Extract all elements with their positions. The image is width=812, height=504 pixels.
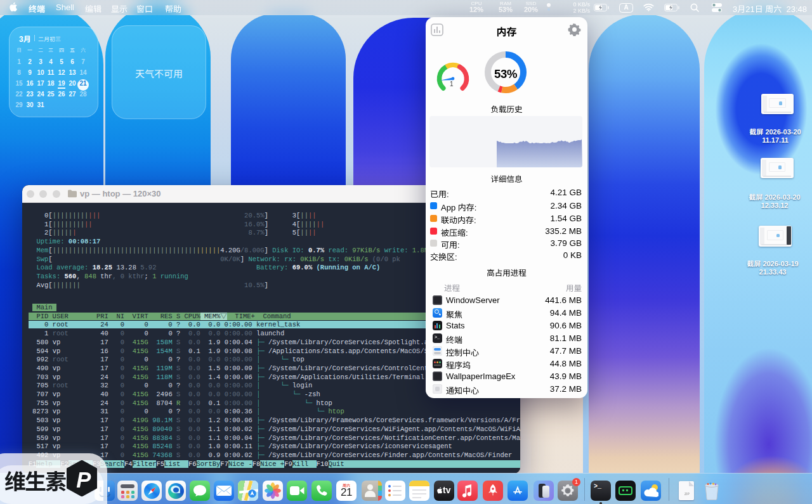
- svg-text:P: P: [76, 468, 91, 492]
